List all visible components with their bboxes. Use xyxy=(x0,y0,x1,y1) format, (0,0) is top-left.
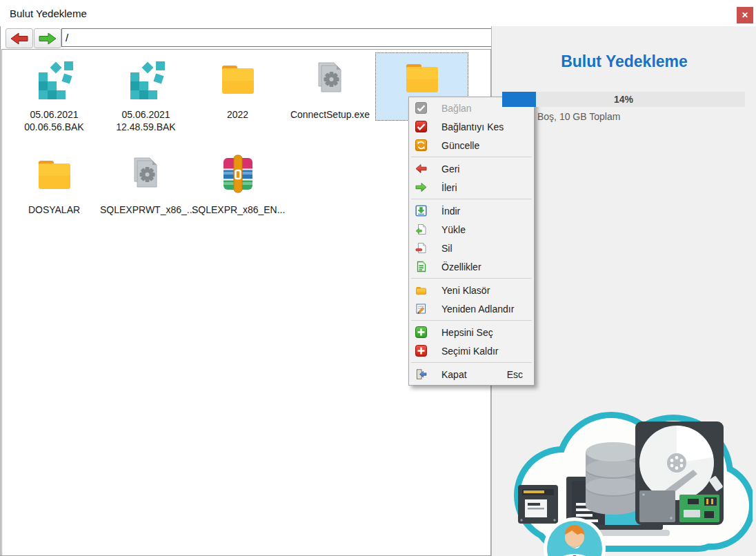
menu-item-shortcut: Esc xyxy=(507,369,523,380)
menu-item-rename[interactable]: Yeniden Adlandır xyxy=(409,299,534,318)
upload-icon xyxy=(415,224,427,235)
file-label: ConnectSetup.exe xyxy=(284,108,376,121)
cloud-backup-illustration xyxy=(497,402,753,556)
properties-icon xyxy=(415,261,427,272)
menu-item-clear-selection[interactable]: Seçimi Kaldır xyxy=(409,341,534,360)
menu-separator xyxy=(411,362,532,363)
forward-arrow-icon xyxy=(415,181,427,193)
context-menu: Bağlan Bağlantıyı Kes Güncelle xyxy=(408,97,535,386)
storage-progress-bar: 14% xyxy=(502,92,745,107)
rename-icon xyxy=(415,303,427,315)
file-label: 2022 xyxy=(192,108,284,121)
menu-item-close[interactable]: Kapat Esc xyxy=(409,365,534,384)
rar-archive-icon xyxy=(217,152,259,195)
menu-item-label: Yükle xyxy=(441,224,534,235)
forward-arrow-icon xyxy=(39,32,57,45)
exit-icon xyxy=(415,368,427,380)
menu-item-new-folder[interactable]: Yeni Klasör xyxy=(409,281,534,299)
window-title: Bulut Yedekleme xyxy=(10,8,87,19)
forward-button[interactable] xyxy=(34,28,61,48)
back-button[interactable] xyxy=(6,28,33,48)
menu-item-delete[interactable]: Sil xyxy=(409,239,534,257)
file-item[interactable]: SQLEXPRWT_x86_... xyxy=(100,150,192,216)
menu-separator xyxy=(411,157,532,157)
progress-percent-label: 14% xyxy=(502,92,745,107)
download-icon xyxy=(415,205,427,217)
folder-icon xyxy=(217,57,259,100)
menu-item-label: Seçimi Kaldır xyxy=(441,346,534,357)
file-item[interactable]: DOSYALAR xyxy=(8,150,100,216)
menu-item-label: İleri xyxy=(441,182,534,193)
clear-selection-icon xyxy=(415,345,427,357)
close-button[interactable]: ✕ xyxy=(737,7,753,23)
setup-exe-icon xyxy=(125,152,168,195)
menu-item-label: Yeniden Adlandır xyxy=(441,304,534,315)
menu-item-label: Kapat xyxy=(441,369,507,380)
file-item[interactable]: 2022 xyxy=(192,54,284,121)
menu-item-label: Yeni Klasör xyxy=(441,285,534,296)
file-label: 05.06.2021 12.48.59.BAK xyxy=(100,108,192,134)
menu-item-label: İndir xyxy=(441,206,534,217)
menu-item-label: Sil xyxy=(441,243,534,254)
menu-item-upload[interactable]: Yükle xyxy=(409,220,534,239)
title-bar: Bulut Yedekleme ✕ xyxy=(0,0,756,26)
file-item[interactable]: ConnectSetup.exe xyxy=(284,54,376,121)
setup-exe-icon xyxy=(309,57,352,100)
delete-icon xyxy=(415,242,427,254)
back-arrow-icon xyxy=(415,163,427,175)
disconnect-check-icon xyxy=(415,121,427,132)
file-item[interactable]: SQLEXPR_x86_EN... xyxy=(192,150,284,216)
backup-file-icon xyxy=(125,57,168,100)
menu-item-label: Hepsini Seç xyxy=(441,327,534,338)
menu-item-refresh[interactable]: Güncelle xyxy=(409,136,534,155)
menu-item-download[interactable]: İndir xyxy=(409,201,534,220)
app-window: Bulut Yedekleme ✕ 05.06.2021 00.06.56.BA… xyxy=(0,0,756,556)
menu-separator xyxy=(411,278,532,279)
database-icon xyxy=(586,442,641,515)
menu-item-back[interactable]: Geri xyxy=(409,159,534,178)
menu-item-forward[interactable]: İleri xyxy=(409,178,534,197)
file-item[interactable]: 05.06.2021 00.06.56.BAK xyxy=(8,54,100,134)
file-label: SQLEXPR_x86_EN... xyxy=(192,203,284,216)
folder-icon xyxy=(33,152,76,195)
folder-icon xyxy=(401,56,444,99)
file-item[interactable]: 05.06.2021 12.48.59.BAK xyxy=(100,54,192,134)
menu-item-label: Geri xyxy=(441,163,534,175)
back-arrow-icon xyxy=(10,32,28,45)
menu-item-label: Özellikler xyxy=(441,261,534,272)
hard-disk-icon xyxy=(635,421,724,525)
path-input[interactable] xyxy=(61,28,493,47)
file-label: 05.06.2021 00.06.56.BAK xyxy=(8,108,100,134)
connect-check-icon xyxy=(415,102,427,114)
panel-title: Bulut Yedekleme xyxy=(492,52,756,71)
file-label: DOSYALAR xyxy=(8,203,100,216)
new-folder-icon xyxy=(415,284,427,296)
menu-item-select-all[interactable]: Hepsini Seç xyxy=(409,323,534,341)
menu-separator xyxy=(411,320,532,321)
backup-file-icon xyxy=(33,57,76,100)
menu-item-disconnect[interactable]: Bağlantıyı Kes xyxy=(409,117,534,136)
file-label: SQLEXPRWT_x86_... xyxy=(100,203,192,216)
select-all-icon xyxy=(415,326,427,338)
ssd-icon xyxy=(518,485,558,524)
storage-summary: Boş, 10 GB Toplam xyxy=(537,111,620,122)
menu-item-label: Güncelle xyxy=(441,140,534,151)
refresh-icon xyxy=(415,139,427,151)
menu-item-properties[interactable]: Özellikler xyxy=(409,257,534,276)
menu-separator xyxy=(411,199,532,199)
menu-item-label: Bağlantıyı Kes xyxy=(441,121,534,132)
